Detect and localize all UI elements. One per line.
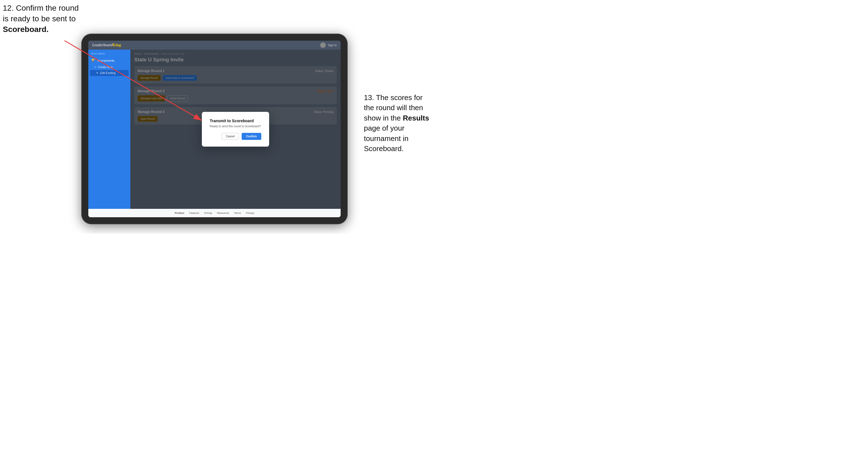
annotation-right-text: 13. The scores for the round will then s… — [364, 93, 429, 153]
footer-link-resources[interactable]: Resources — [217, 212, 229, 214]
results-bold: Results — [403, 114, 429, 122]
footer-link-product[interactable]: Product — [175, 212, 184, 214]
modal-actions: Cancel Confirm — [210, 133, 261, 140]
annotation-step-12: 12. Confirm the round is ready to be sen… — [3, 3, 79, 34]
annotation-step-13: 13. The scores for the round will then s… — [364, 93, 431, 154]
plus-icon: + — [94, 66, 96, 69]
trophy-icon: 🏆 — [91, 59, 95, 62]
tablet-screen: LeaderboardKing Sign In MAIN MENU 🏆 Tour… — [88, 41, 341, 217]
footer-link-privacy[interactable]: Privacy — [246, 212, 254, 214]
modal-confirm-button[interactable]: Confirm — [242, 133, 261, 140]
footer-link-features[interactable]: Features — [189, 212, 199, 214]
modal-cancel-button[interactable]: Cancel — [222, 133, 239, 140]
top-navigation-bar: LeaderboardKing Sign In — [88, 41, 341, 50]
sidebar-item-tournaments[interactable]: 🏆 Tournaments — [88, 57, 130, 64]
main-layout: MAIN MENU 🏆 Tournaments + Create New ✎ E… — [88, 50, 341, 209]
step-number: 12. — [3, 4, 14, 12]
modal-subtitle: Ready to send this round to Scoreboard? — [210, 125, 261, 128]
sidebar-item-edit-existing[interactable]: ✎ Edit Existing — [90, 70, 129, 76]
sidebar-menu-label: MAIN MENU — [88, 53, 130, 57]
annotation-line2: is ready to be sent to — [3, 14, 76, 23]
sidebar: MAIN MENU 🏆 Tournaments + Create New ✎ E… — [88, 50, 130, 209]
top-bar-right: Sign In — [320, 42, 337, 48]
sign-in-button[interactable]: Sign In — [328, 44, 337, 47]
edit-icon: ✎ — [96, 71, 98, 74]
sidebar-tournaments-label: Tournaments — [97, 59, 115, 62]
sidebar-item-create-new[interactable]: + Create New — [88, 64, 130, 70]
annotation-line1: Confirm the round — [16, 4, 79, 12]
content-area: Home / Tournaments / State U Spring Invi… — [130, 50, 341, 209]
edit-existing-label: Edit Existing — [100, 71, 116, 74]
app-logo: LeaderboardKing — [92, 43, 121, 48]
modal-overlay: Transmit to Scoreboard Ready to send thi… — [130, 50, 341, 209]
create-new-label: Create New — [98, 66, 113, 69]
user-avatar — [320, 42, 326, 48]
tablet-device: LeaderboardKing Sign In MAIN MENU 🏆 Tour… — [81, 34, 348, 224]
page-footer: Product Features Pricing Resources Terms… — [88, 209, 341, 217]
transmit-modal: Transmit to Scoreboard Ready to send thi… — [202, 112, 269, 147]
footer-link-terms[interactable]: Terms — [234, 212, 241, 214]
annotation-bold: Scoreboard. — [3, 25, 49, 34]
footer-link-pricing[interactable]: Pricing — [204, 212, 212, 214]
modal-title: Transmit to Scoreboard — [210, 119, 261, 123]
